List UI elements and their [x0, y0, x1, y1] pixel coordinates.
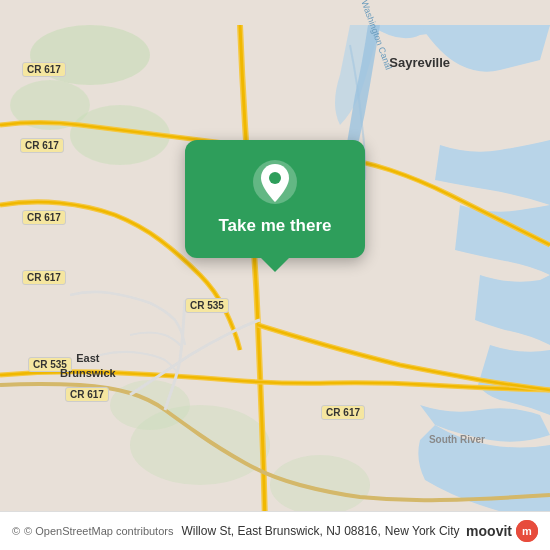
svg-text:m: m: [522, 525, 532, 537]
bottom-info: © © OpenStreetMap contributors Willow St…: [12, 524, 460, 538]
sayreville-label: Sayreville: [389, 55, 450, 70]
road-label-cr617-5: CR 617: [65, 387, 109, 402]
map-container: CR 617 CR 617 CR 617 CR 617 CR 535 CR 61…: [0, 0, 550, 550]
road-label-cr617-3: CR 617: [22, 210, 66, 225]
location-pin-icon: [251, 158, 299, 206]
location-text: Willow St, East Brunswick, NJ 08816,: [181, 524, 380, 538]
moovit-logo: moovit m: [466, 520, 538, 542]
take-me-there-button[interactable]: Take me there: [218, 216, 331, 236]
svg-point-5: [270, 455, 370, 515]
road-label-cr617-2: CR 617: [20, 138, 64, 153]
east-brunswick-label: EastBrunswick: [60, 351, 116, 380]
road-label-cr617-1: CR 617: [22, 62, 66, 77]
map-background: [0, 0, 550, 550]
road-label-cr535-mid: CR 535: [185, 298, 229, 313]
city-text: New York City: [385, 524, 460, 538]
road-label-cr617-4: CR 617: [22, 270, 66, 285]
svg-point-8: [269, 172, 281, 184]
copyright-symbol: ©: [12, 525, 20, 537]
svg-point-6: [110, 380, 190, 430]
popup-card: Take me there: [185, 140, 365, 258]
bottom-bar: © © OpenStreetMap contributors Willow St…: [0, 511, 550, 550]
moovit-wordmark: moovit: [466, 523, 512, 539]
osm-attribution: © OpenStreetMap contributors: [24, 525, 173, 537]
road-label-cr617-right: CR 617: [321, 405, 365, 420]
moovit-icon: m: [516, 520, 538, 542]
south-river-label: South River: [429, 434, 485, 445]
